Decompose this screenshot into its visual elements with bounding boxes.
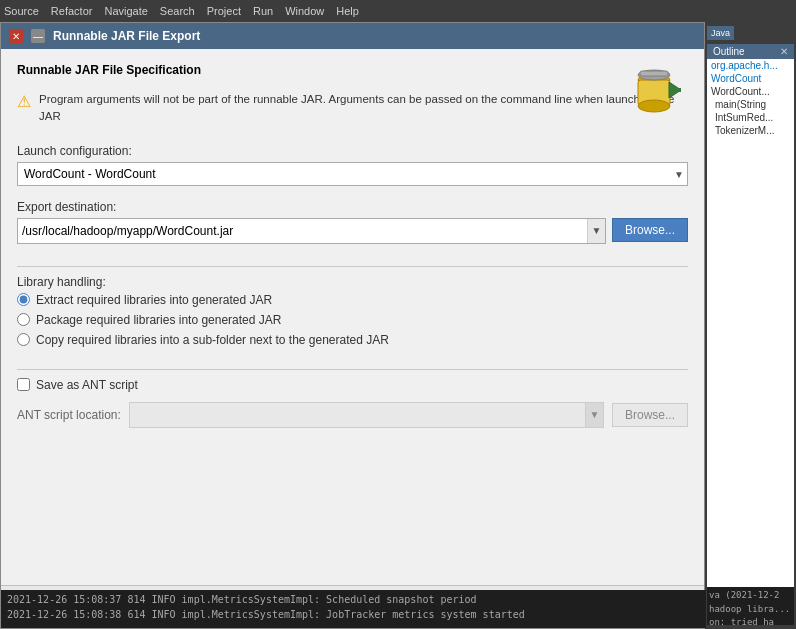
dialog: ✕ — Runnable JAR File Export Runnable JA…	[0, 22, 705, 629]
dialog-title: Runnable JAR File Export	[53, 29, 200, 43]
radio-package[interactable]: Package required libraries into generate…	[17, 313, 688, 327]
outline-header: Outline ✕	[707, 44, 794, 59]
outline-item-4: main(String	[707, 98, 794, 111]
svg-point-2	[638, 100, 670, 112]
section-title: Runnable JAR File Specification	[17, 63, 688, 77]
menu-help[interactable]: Help	[336, 5, 359, 17]
export-dest-input-wrap: ▼	[17, 218, 606, 244]
outline-close-icon[interactable]: ✕	[780, 46, 788, 57]
ant-location-input	[130, 403, 585, 427]
console-panel: 2021-12-26 15:08:37 814 INFO impl.Metric…	[1, 590, 706, 628]
outline-item-6: TokenizerM...	[707, 124, 794, 137]
tab-java[interactable]: Java	[707, 26, 734, 40]
svg-rect-4	[640, 71, 668, 76]
jar-icon-area	[624, 59, 684, 119]
main-layout: ✕ — Runnable JAR File Export Runnable JA…	[0, 22, 796, 629]
export-dest-row: ▼ Browse...	[17, 218, 688, 244]
radio-package-input[interactable]	[17, 313, 30, 326]
radio-package-label: Package required libraries into generate…	[36, 313, 281, 327]
ant-label[interactable]: Save as ANT script	[36, 378, 138, 392]
warning-icon: ⚠	[17, 92, 31, 111]
launch-config-select[interactable]: WordCount - WordCount	[17, 162, 688, 186]
warning-text: Program arguments will not be part of th…	[39, 91, 688, 126]
right-console-line-3: on: tried ha	[709, 616, 792, 625]
radio-copy-label: Copy required libraries into a sub-folde…	[36, 333, 389, 347]
right-console-line-2: hadoop libra...	[709, 603, 792, 617]
outline-item-2: WordCount	[707, 72, 794, 85]
ant-location-label: ANT script location:	[17, 408, 121, 422]
divider	[17, 266, 688, 267]
export-dest-dropdown-icon[interactable]: ▼	[587, 219, 605, 243]
ant-row: Save as ANT script	[17, 378, 688, 392]
radio-copy[interactable]: Copy required libraries into a sub-folde…	[17, 333, 688, 347]
ant-location-row: ANT script location: ▼ Browse...	[17, 402, 688, 428]
right-console-line-1: va (2021-12-2	[709, 589, 792, 603]
radio-extract-label: Extract required libraries into generate…	[36, 293, 272, 307]
dialog-content: Runnable JAR File Specification ⚠ Progra…	[1, 49, 704, 585]
outline-title: Outline	[713, 46, 745, 57]
ant-browse-button: Browse...	[612, 403, 688, 427]
menu-refactor[interactable]: Refactor	[51, 5, 93, 17]
dialog-titlebar: ✕ — Runnable JAR File Export	[1, 23, 704, 49]
outline-item-5: IntSumRed...	[707, 111, 794, 124]
spacer	[17, 428, 688, 576]
console-line-1: 2021-12-26 15:08:37 814 INFO impl.Metric…	[7, 592, 700, 607]
export-dest-label: Export destination:	[17, 200, 688, 214]
menu-source[interactable]: Source	[4, 5, 39, 17]
library-handling-radio-group: Extract required libraries into generate…	[17, 293, 688, 347]
menu-navigate[interactable]: Navigate	[104, 5, 147, 17]
menu-project[interactable]: Project	[207, 5, 241, 17]
library-handling-label: Library handling:	[17, 275, 688, 289]
launch-config-label: Launch configuration:	[17, 144, 688, 158]
right-panel: Java Outline ✕ org.apache.h... WordCount…	[705, 22, 796, 629]
radio-extract[interactable]: Extract required libraries into generate…	[17, 293, 688, 307]
svg-rect-6	[671, 88, 681, 92]
right-panel-tabs: Java	[707, 26, 794, 40]
menu-window[interactable]: Window	[285, 5, 324, 17]
menubar: Source Refactor Navigate Search Project …	[0, 0, 796, 22]
ant-location-input-wrap: ▼	[129, 402, 604, 428]
ant-checkbox[interactable]	[17, 378, 30, 391]
radio-copy-input[interactable]	[17, 333, 30, 346]
menu-search[interactable]: Search	[160, 5, 195, 17]
outline-item-1: org.apache.h...	[707, 59, 794, 72]
export-browse-button[interactable]: Browse...	[612, 218, 688, 242]
radio-extract-input[interactable]	[17, 293, 30, 306]
export-dest-input[interactable]	[18, 219, 587, 243]
ant-location-dropdown-icon: ▼	[585, 403, 603, 427]
close-button[interactable]: ✕	[9, 29, 23, 43]
launch-config-wrapper: WordCount - WordCount ▼	[17, 162, 688, 186]
warning-banner: ⚠ Program arguments will not be part of …	[17, 87, 688, 130]
minimize-button[interactable]: —	[31, 29, 45, 43]
jar-icon	[627, 62, 681, 116]
console-line-2: 2021-12-26 15:08:38 614 INFO impl.Metric…	[7, 607, 700, 622]
divider-2	[17, 369, 688, 370]
outline-list: org.apache.h... WordCount WordCount... m…	[707, 59, 794, 587]
menu-run[interactable]: Run	[253, 5, 273, 17]
outline-item-3: WordCount...	[707, 85, 794, 98]
right-console: va (2021-12-2 hadoop libra... on: tried …	[707, 587, 794, 625]
